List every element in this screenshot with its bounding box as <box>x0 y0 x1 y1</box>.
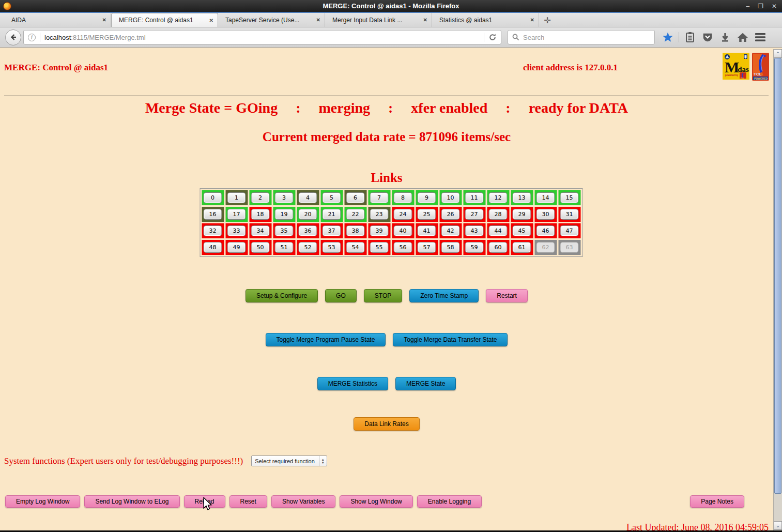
show-variables-button[interactable]: Show Variables <box>271 495 336 508</box>
merge-statistics-button[interactable]: MERGE Statistics <box>317 377 388 390</box>
download-icon[interactable] <box>717 29 733 45</box>
link-button-37[interactable]: 37 <box>323 225 341 236</box>
link-button-14[interactable]: 14 <box>536 192 555 203</box>
close-icon[interactable]: ✕ <box>772 3 777 10</box>
link-button-45[interactable]: 45 <box>513 225 531 236</box>
link-button-21[interactable]: 21 <box>323 209 341 220</box>
link-button-31[interactable]: 31 <box>560 209 579 220</box>
tab-close-icon[interactable]: ✕ <box>209 18 213 23</box>
scrollbar-down-icon[interactable]: ⌄ <box>774 521 782 530</box>
link-button-18[interactable]: 18 <box>251 209 270 220</box>
link-button-53[interactable]: 53 <box>323 242 341 253</box>
link-button-0[interactable]: 0 <box>204 192 222 203</box>
minimize-icon[interactable]: – <box>746 3 749 10</box>
link-button-29[interactable]: 29 <box>513 209 531 220</box>
link-button-56[interactable]: 56 <box>394 242 412 253</box>
link-button-11[interactable]: 11 <box>465 192 484 203</box>
link-button-41[interactable]: 41 <box>418 225 436 236</box>
url-bar[interactable]: i localhost:8115/MERGE/Merge.tml <box>23 30 501 44</box>
link-button-2[interactable]: 2 <box>251 192 270 203</box>
merge-state-button[interactable]: MERGE State <box>395 377 456 390</box>
link-button-47[interactable]: 47 <box>560 225 579 236</box>
toggle-merge-data-transfer-state-button[interactable]: Toggle Merge Data Transfer State <box>393 333 508 346</box>
zero-time-stamp-button[interactable]: Zero Time Stamp <box>409 289 479 302</box>
tab-aida[interactable]: AIDA✕ <box>4 13 111 27</box>
link-button-33[interactable]: 33 <box>227 225 246 236</box>
link-button-60[interactable]: 60 <box>489 242 508 253</box>
tab-close-icon[interactable]: ✕ <box>102 17 106 23</box>
search-input[interactable]: Search <box>508 30 655 44</box>
link-button-25[interactable]: 25 <box>418 209 436 220</box>
link-button-34[interactable]: 34 <box>251 225 270 236</box>
empty-log-window-button[interactable]: Empty Log Window <box>5 495 80 508</box>
select-spinner-icon[interactable]: ▲▼ <box>319 456 327 466</box>
scrollbar-up-icon[interactable]: ⌃ <box>774 49 782 58</box>
show-log-window-button[interactable]: Show Log Window <box>340 495 412 508</box>
new-tab-button[interactable]: ✛ <box>539 14 556 27</box>
link-button-44[interactable]: 44 <box>489 225 508 236</box>
link-button-27[interactable]: 27 <box>465 209 484 220</box>
bookmarks-clipboard-icon[interactable] <box>682 29 698 45</box>
link-button-8[interactable]: 8 <box>394 192 412 203</box>
link-button-12[interactable]: 12 <box>489 192 508 203</box>
reload-icon[interactable] <box>488 33 497 41</box>
link-button-23[interactable]: 23 <box>370 209 389 220</box>
tab-tapeserver-service-use[interactable]: TapeServer Service (Use...✕ <box>218 13 325 27</box>
link-button-61[interactable]: 61 <box>513 242 531 253</box>
tab-statistics-aidas1[interactable]: Statistics @ aidas1✕ <box>432 13 539 27</box>
menu-hamburger-icon[interactable] <box>753 29 768 45</box>
link-button-55[interactable]: 55 <box>370 242 389 253</box>
link-button-22[interactable]: 22 <box>346 209 365 220</box>
link-button-49[interactable]: 49 <box>227 242 246 253</box>
toggle-merge-program-pause-state-button[interactable]: Toggle Merge Program Pause State <box>266 333 386 346</box>
link-button-24[interactable]: 24 <box>394 209 412 220</box>
link-button-3[interactable]: 3 <box>275 192 294 203</box>
link-button-48[interactable]: 48 <box>204 242 222 253</box>
stop-button[interactable]: STOP <box>364 289 402 302</box>
link-button-9[interactable]: 9 <box>418 192 436 203</box>
link-button-51[interactable]: 51 <box>275 242 294 253</box>
reset-button[interactable]: Reset <box>229 495 267 508</box>
link-button-19[interactable]: 19 <box>275 209 294 220</box>
tab-close-icon[interactable]: ✕ <box>423 17 427 23</box>
scrollbar-thumb[interactable] <box>774 58 781 494</box>
link-button-40[interactable]: 40 <box>394 225 412 236</box>
link-button-30[interactable]: 30 <box>536 209 555 220</box>
link-button-38[interactable]: 38 <box>346 225 365 236</box>
link-button-28[interactable]: 28 <box>489 209 508 220</box>
home-icon[interactable] <box>735 29 750 45</box>
link-button-4[interactable]: 4 <box>299 192 317 203</box>
tab-close-icon[interactable]: ✕ <box>530 17 534 23</box>
page-scrollbar[interactable]: ⌃ ⌄ <box>773 49 782 532</box>
enable-logging-button[interactable]: Enable Logging <box>417 495 482 508</box>
link-button-57[interactable]: 57 <box>418 242 436 253</box>
link-button-17[interactable]: 17 <box>227 209 246 220</box>
page-info-icon[interactable]: i <box>28 34 36 41</box>
tab-merger-input-data-link[interactable]: Merger Input Data Link ...✕ <box>325 13 432 27</box>
link-button-36[interactable]: 36 <box>299 225 317 236</box>
link-button-58[interactable]: 58 <box>441 242 460 253</box>
page-notes-button[interactable]: Page Notes <box>690 495 744 508</box>
link-button-39[interactable]: 39 <box>370 225 389 236</box>
restart-button[interactable]: Restart <box>486 289 528 302</box>
send-log-window-to-elog-button[interactable]: Send Log Window to ELog <box>84 495 179 508</box>
link-button-32[interactable]: 32 <box>204 225 222 236</box>
link-button-26[interactable]: 26 <box>441 209 460 220</box>
setup-configure-button[interactable]: Setup & Configure <box>246 289 318 302</box>
link-button-42[interactable]: 42 <box>441 225 460 236</box>
bookmark-star-icon[interactable] <box>660 29 676 45</box>
url-text[interactable]: localhost:8115/MERGE/Merge.tml <box>44 34 146 41</box>
link-button-46[interactable]: 46 <box>536 225 555 236</box>
link-button-20[interactable]: 20 <box>299 209 317 220</box>
link-button-1[interactable]: 1 <box>227 192 246 203</box>
link-button-16[interactable]: 16 <box>204 209 222 220</box>
link-button-13[interactable]: 13 <box>513 192 531 203</box>
tab-close-icon[interactable]: ✕ <box>316 17 320 23</box>
link-button-59[interactable]: 59 <box>465 242 484 253</box>
link-button-50[interactable]: 50 <box>251 242 270 253</box>
link-button-43[interactable]: 43 <box>465 225 484 236</box>
back-button[interactable] <box>5 29 21 45</box>
link-button-52[interactable]: 52 <box>299 242 317 253</box>
maximize-icon[interactable]: ❐ <box>758 3 763 10</box>
link-button-6[interactable]: 6 <box>346 192 365 203</box>
